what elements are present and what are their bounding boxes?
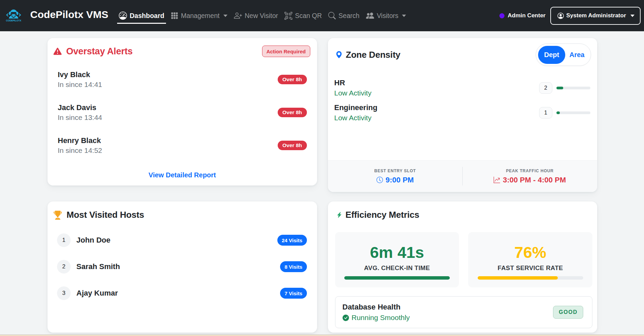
- svg-text:CODEPILOTX: CODEPILOTX: [6, 19, 21, 22]
